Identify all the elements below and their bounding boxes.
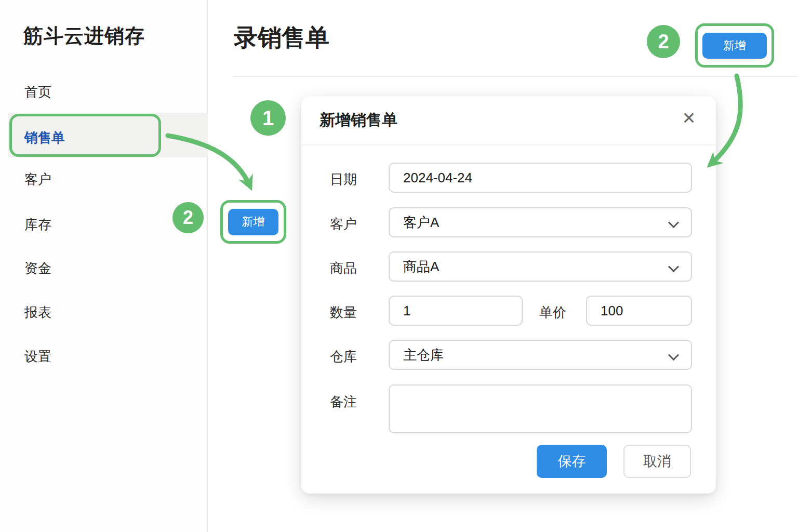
chevron-down-icon — [668, 217, 679, 228]
product-select-value: 商品A — [403, 258, 439, 276]
sidebar-item-home[interactable]: 首页 — [24, 82, 51, 102]
customer-select[interactable]: 客户A — [389, 207, 692, 237]
modal-header: 新增销售单 × — [301, 96, 716, 145]
sidebar-item-reports[interactable]: 报表 — [24, 302, 51, 323]
quantity-input[interactable] — [389, 296, 523, 326]
customer-select-value: 客户A — [403, 214, 439, 232]
step-2-badge-sidebar: 2 — [172, 202, 204, 233]
warehouse-select-value: 主仓库 — [403, 346, 444, 364]
close-icon[interactable]: × — [676, 105, 701, 130]
new-sales-order-modal: 新增销售单 × 日期 客户 客户A 商品 商品A 数量 单价 仓库 主仓库 备注… — [301, 96, 716, 494]
modal-title: 新增销售单 — [320, 110, 397, 131]
sidebar: 筋斗云进销存 首页 销售单 客户 库存 资金 报表 设置 — [0, 0, 208, 532]
annotation-green-frame-add-topright: 新增 — [695, 23, 774, 68]
sidebar-item-inventory[interactable]: 库存 — [24, 214, 51, 235]
product-select[interactable]: 商品A — [389, 251, 692, 282]
unit-price-label: 单价 — [539, 303, 566, 322]
add-button-inline[interactable]: 新增 — [228, 209, 278, 235]
date-label: 日期 — [330, 170, 357, 189]
add-button-topright[interactable]: 新增 — [702, 33, 767, 59]
remark-label: 备注 — [330, 393, 357, 411]
remark-textarea[interactable] — [389, 384, 692, 433]
chevron-down-icon — [668, 261, 679, 272]
step-1-badge: 1 — [250, 100, 286, 136]
cancel-button[interactable]: 取消 — [623, 445, 691, 478]
sidebar-item-sales-order[interactable]: 销售单 — [24, 127, 65, 148]
customer-label: 客户 — [330, 215, 357, 233]
save-button[interactable]: 保存 — [537, 445, 607, 478]
warehouse-label: 仓库 — [330, 348, 357, 366]
unit-price-input[interactable] — [586, 296, 692, 326]
step-2-badge-topright: 2 — [647, 25, 680, 58]
sidebar-item-settings[interactable]: 设置 — [24, 346, 51, 367]
date-input[interactable] — [389, 163, 692, 193]
chevron-down-icon — [668, 350, 679, 361]
product-label: 商品 — [330, 259, 357, 277]
header-divider — [233, 76, 798, 77]
warehouse-select[interactable]: 主仓库 — [389, 340, 692, 370]
app-title: 筋斗云进销存 — [23, 23, 145, 49]
sidebar-item-customers[interactable]: 客户 — [24, 169, 51, 190]
page-title: 录销售单 — [234, 22, 329, 54]
annotation-green-frame-add-inline: 新增 — [220, 200, 286, 244]
sidebar-item-funds[interactable]: 资金 — [24, 258, 51, 278]
quantity-label: 数量 — [330, 303, 357, 322]
